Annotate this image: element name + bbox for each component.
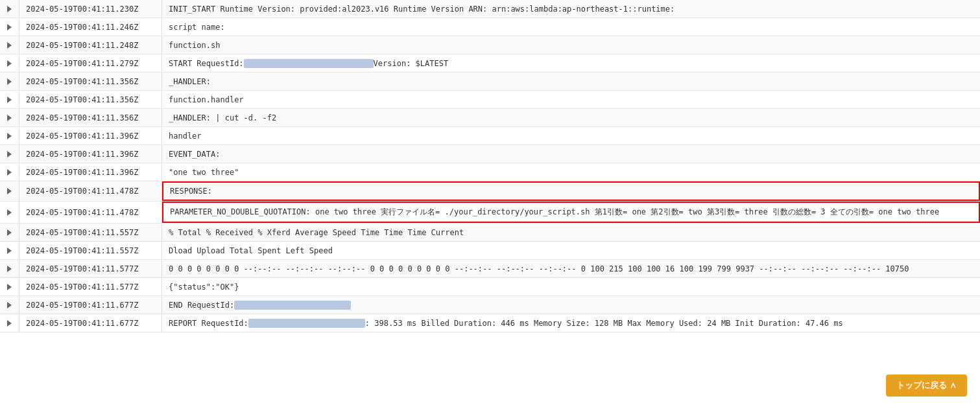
log-message: EVENT_DATA: [162,145,980,163]
arrow-icon [7,209,12,216]
arrow-icon [7,133,12,139]
log-message-text: Dload Upload Total Spent Left Speed [169,246,333,255]
log-row: 2024-05-19T00:41:11.396ZEVENT_DATA: [0,145,980,163]
log-timestamp: 2024-05-19T00:41:11.396Z [19,127,162,144]
log-message: RESPONSE: [162,181,980,201]
log-row: 2024-05-19T00:41:11.677ZREPORT RequestId… [0,314,980,332]
log-message-text: START RequestId: [169,59,244,68]
arrow-icon [7,248,12,254]
log-message-text: REPORT RequestId: [169,319,248,328]
log-message: function.sh [162,36,980,54]
log-row: 2024-05-19T00:41:11.577Z0 0 0 0 0 0 0 0 … [0,260,980,278]
log-row: 2024-05-19T00:41:11.356Z_HANDLER: [0,73,980,91]
log-message-text: _HANDLER: [169,77,211,86]
expand-arrow[interactable] [0,296,19,314]
log-message: handler [162,127,980,144]
arrow-icon [7,151,12,157]
log-message-text: _HANDLER: | cut -d. -f2 [169,113,276,122]
expand-arrow[interactable] [0,242,19,259]
log-row: 2024-05-19T00:41:11.478ZPARAMETER_NO_DOU… [0,202,980,224]
log-message-text: 0 0 0 0 0 0 0 0 --:--:-- --:--:-- --:--:… [169,264,909,273]
log-message-text: {"status":"OK"} [169,282,239,292]
arrow-icon [7,78,12,85]
expand-arrow[interactable] [0,0,19,17]
log-message: function.handler [162,91,980,108]
log-timestamp: 2024-05-19T00:41:11.478Z [19,181,162,201]
log-timestamp: 2024-05-19T00:41:11.478Z [19,202,162,223]
log-message: {"status":"OK"} [162,278,980,295]
expand-arrow[interactable] [0,202,19,223]
log-message: % Total % Received % Xferd Average Speed… [162,224,980,241]
expand-arrow[interactable] [0,145,19,163]
arrow-icon [7,169,12,176]
log-row: 2024-05-19T00:41:11.577Z{"status":"OK"} [0,278,980,296]
arrow-icon [7,284,12,290]
log-message-text: function.handler [169,95,244,104]
log-row: 2024-05-19T00:41:11.356Z_HANDLER: | cut … [0,109,980,127]
log-message: INIT_START Runtime Version: provided:al2… [162,0,980,17]
log-message-text: END RequestId: [169,301,234,310]
log-row: 2024-05-19T00:41:11.557ZDload Upload Tot… [0,242,980,260]
log-message: REPORT RequestId: : 398.53 ms Billed Dur… [162,314,980,332]
log-timestamp: 2024-05-19T00:41:11.248Z [19,36,162,54]
arrow-icon [7,320,12,327]
expand-arrow[interactable] [0,260,19,277]
expand-arrow[interactable] [0,36,19,54]
expand-arrow[interactable] [0,224,19,241]
arrow-icon [7,97,12,103]
expand-arrow[interactable] [0,278,19,295]
log-row: 2024-05-19T00:41:11.478ZRESPONSE: [0,181,980,202]
expand-arrow[interactable] [0,127,19,144]
log-timestamp: 2024-05-19T00:41:11.356Z [19,91,162,108]
arrow-icon [7,6,12,12]
log-message-text: PARAMETER_NO_DOUBLE_QUOTATION: one two t… [170,207,939,218]
log-message: _HANDLER: | cut -d. -f2 [162,109,980,126]
log-message-suffix: : 398.53 ms Billed Duration: 446 ms Memo… [365,319,843,328]
log-row: 2024-05-19T00:41:11.557Z% Total % Receiv… [0,224,980,242]
arrow-icon [7,302,12,308]
arrow-icon [7,188,12,194]
log-timestamp: 2024-05-19T00:41:11.230Z [19,0,162,17]
log-row: 2024-05-19T00:41:11.246Zscript name: [0,18,980,36]
expand-arrow[interactable] [0,181,19,201]
log-message-text: % Total % Received % Xferd Average Speed… [169,228,464,237]
log-timestamp: 2024-05-19T00:41:11.577Z [19,278,162,295]
log-timestamp: 2024-05-19T00:41:11.356Z [19,109,162,126]
log-message-text: INIT_START Runtime Version: provided:al2… [169,5,675,14]
arrow-icon [7,266,12,272]
log-row: 2024-05-19T00:41:11.356Zfunction.handler [0,91,980,109]
expand-arrow[interactable] [0,18,19,36]
expand-arrow[interactable] [0,91,19,108]
log-timestamp: 2024-05-19T00:41:11.246Z [19,18,162,36]
expand-arrow[interactable] [0,73,19,90]
log-message: _HANDLER: [162,73,980,90]
arrow-icon [7,60,12,67]
expand-arrow[interactable] [0,54,19,72]
arrow-icon [7,229,12,236]
log-row: 2024-05-19T00:41:11.677ZEND RequestId: [0,296,980,314]
log-message-text: script name: [169,23,225,32]
log-message-suffix: Version: $LATEST [374,59,449,68]
arrow-icon [7,115,12,121]
log-timestamp: 2024-05-19T00:41:11.677Z [19,314,162,332]
arrow-icon [7,42,12,49]
log-message-text: function.sh [169,41,220,50]
log-message-text: EVENT_DATA: [169,150,220,159]
log-timestamp: 2024-05-19T00:41:11.396Z [19,163,162,181]
log-message: START RequestId: Version: $LATEST [162,54,980,72]
log-row: 2024-05-19T00:41:11.279ZSTART RequestId:… [0,54,980,73]
log-row: 2024-05-19T00:41:11.396Z"one two three" [0,163,980,181]
log-timestamp: 2024-05-19T00:41:11.577Z [19,260,162,277]
log-timestamp: 2024-05-19T00:41:11.557Z [19,242,162,259]
redacted-value [234,301,351,310]
log-message: Dload Upload Total Spent Left Speed [162,242,980,259]
log-message-text: handler [169,132,202,141]
log-timestamp: 2024-05-19T00:41:11.356Z [19,73,162,90]
log-message-text: RESPONSE: [170,187,212,196]
expand-arrow[interactable] [0,163,19,181]
log-timestamp: 2024-05-19T00:41:11.677Z [19,296,162,314]
expand-arrow[interactable] [0,314,19,332]
expand-arrow[interactable] [0,109,19,126]
redacted-value [244,59,374,68]
log-timestamp: 2024-05-19T00:41:11.279Z [19,54,162,72]
